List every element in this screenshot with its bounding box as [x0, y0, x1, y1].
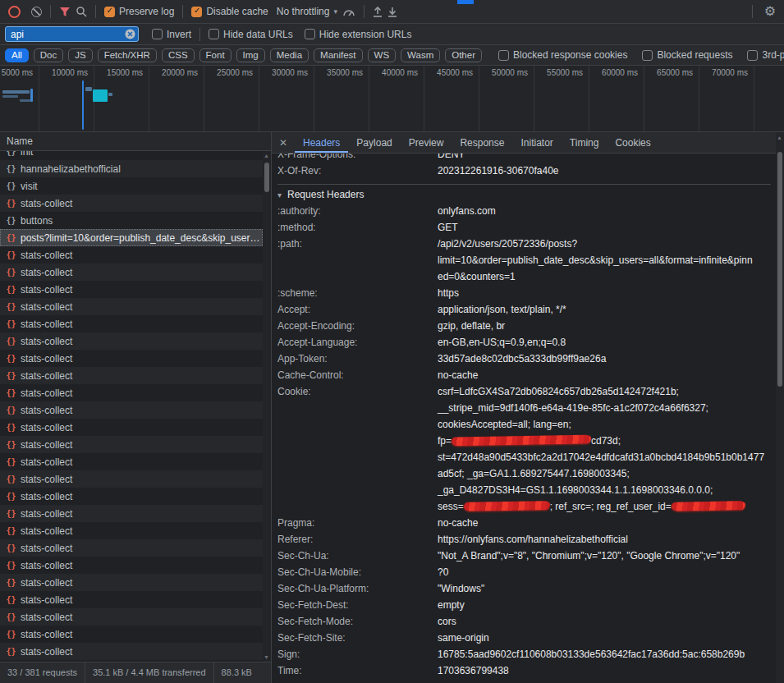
request-row[interactable]: {}stats-collect — [0, 522, 263, 539]
type-filter-other[interactable]: Other — [445, 48, 482, 62]
timeline-label: 25000 ms — [199, 68, 253, 77]
type-filter-media[interactable]: Media — [270, 48, 309, 62]
request-row[interactable]: {}stats-collect — [0, 281, 263, 298]
checkbox-unchecked-icon — [305, 29, 315, 39]
request-name: stats-collect — [21, 525, 263, 537]
request-row[interactable]: {}hannahelizabethofficial — [0, 160, 263, 177]
name-column-label: Name — [7, 135, 33, 147]
request-row[interactable]: {}visit — [0, 177, 263, 195]
request-row[interactable]: {}stats-collect — [0, 626, 263, 643]
clear-network-log-icon[interactable] — [31, 7, 42, 17]
search-icon[interactable] — [76, 6, 87, 17]
request-name: stats-collect — [21, 336, 263, 347]
type-filter-all[interactable]: All — [5, 48, 29, 62]
scroll-down-icon[interactable]: ▼ — [264, 654, 269, 660]
request-name: buttons — [21, 215, 263, 227]
request-row[interactable]: {}stats-collect — [0, 453, 263, 470]
header-name: :path: — [277, 236, 438, 285]
request-row[interactable]: {}stats-collect — [0, 246, 263, 264]
type-filter-js[interactable]: JS — [68, 48, 92, 62]
invert-checkbox[interactable]: Invert — [152, 29, 191, 40]
timeline-label: 50000 ms — [474, 68, 528, 77]
network-toolbar: Preserve log Disable cache No throttling… — [0, 0, 784, 24]
type-filter-doc[interactable]: Doc — [34, 48, 63, 62]
request-row[interactable]: {}buttons — [0, 212, 263, 229]
headers-panel: X-Frame-Options:DENYX-Of-Rev:20231226191… — [272, 154, 784, 683]
header-row: Pragma:no-cache — [277, 515, 771, 531]
scroll-up-icon[interactable]: ▲ — [264, 153, 269, 158]
tab-initiator[interactable]: Initiator — [512, 132, 561, 153]
tab-cookies[interactable]: Cookies — [607, 132, 658, 153]
3rd-party-requests-checkbox[interactable]: 3rd-party requests — [747, 49, 784, 61]
timeline-label: 40000 ms — [364, 68, 418, 77]
type-filter-img[interactable]: Img — [236, 48, 265, 62]
name-column-header[interactable]: Name — [0, 132, 271, 151]
request-row[interactable]: {}stats-collect — [0, 557, 263, 574]
timeline-label: 15000 ms — [89, 68, 143, 77]
tab-headers[interactable]: Headers — [295, 132, 348, 153]
request-name: stats-collect — [21, 284, 263, 296]
header-row: Cache-Control:no-cache — [277, 367, 771, 383]
request-row[interactable]: {}stats-collect — [0, 539, 263, 557]
request-row[interactable]: {}posts?limit=10&order=publish_date_desc… — [0, 229, 263, 246]
request-row[interactable]: {}stats-collect — [0, 195, 263, 212]
type-filter-fetch-xhr[interactable]: Fetch/XHR — [98, 48, 157, 62]
header-value: no-cache — [438, 515, 771, 531]
request-row[interactable]: {}stats-collect — [0, 591, 263, 608]
preserve-log-checkbox[interactable]: Preserve log — [104, 6, 174, 17]
request-row[interactable]: {}stats-collect — [0, 470, 263, 488]
request-row[interactable]: {}stats-collect — [0, 401, 263, 419]
record-button[interactable] — [8, 6, 21, 18]
request-row[interactable]: {}stats-collect — [0, 367, 263, 384]
request-row[interactable]: {}stats-collect — [0, 384, 263, 401]
filter-input[interactable]: api — [5, 26, 139, 42]
request-row[interactable]: {}stats-collect — [0, 350, 263, 367]
request-row[interactable]: {}stats-collect — [0, 419, 263, 436]
scrollbar-thumb[interactable] — [264, 163, 269, 192]
header-name: :scheme: — [277, 285, 438, 301]
tab-timing[interactable]: Timing — [562, 132, 607, 153]
tab-response[interactable]: Response — [452, 132, 512, 153]
request-row[interactable]: {}stats-collect — [0, 315, 263, 332]
scrollbar-thumb[interactable] — [777, 152, 782, 387]
blocked-requests-checkbox[interactable]: Blocked requests — [642, 49, 732, 61]
settings-gear-icon[interactable]: ⚙ — [764, 5, 776, 18]
request-row[interactable]: {}stats-collect — [0, 436, 263, 453]
hide-extension-urls-checkbox[interactable]: Hide extension URLs — [305, 29, 412, 40]
hide-data-urls-checkbox[interactable]: Hide data URLs — [209, 29, 293, 40]
type-filter-ws[interactable]: WS — [368, 48, 397, 62]
json-icon: {} — [6, 561, 16, 570]
request-row[interactable]: {}stats-collect — [0, 298, 263, 315]
type-filter-css[interactable]: CSS — [162, 48, 195, 62]
timeline-overview[interactable]: 5000 ms10000 ms15000 ms20000 ms25000 ms3… — [0, 66, 784, 132]
request-row[interactable]: {}stats-collect — [0, 643, 263, 660]
request-row[interactable]: {}stats-collect — [0, 264, 263, 281]
disable-cache-checkbox[interactable]: Disable cache — [191, 6, 268, 17]
network-conditions-icon[interactable] — [342, 7, 355, 17]
hide-extension-urls-label: Hide extension URLs — [319, 29, 412, 40]
type-filter-font[interactable]: Font — [199, 48, 232, 62]
request-list-scrollbar[interactable]: ▲ ▼ — [263, 151, 271, 662]
import-har-icon[interactable] — [373, 7, 383, 17]
request-row[interactable]: {}stats-collect — [0, 608, 263, 626]
tab-payload[interactable]: Payload — [348, 132, 400, 153]
request-name: stats-collect — [21, 646, 263, 658]
type-filter-wasm[interactable]: Wasm — [401, 48, 440, 62]
type-filter-manifest[interactable]: Manifest — [314, 48, 362, 62]
header-row: Sec-Fetch-Dest:empty — [277, 597, 771, 613]
request-headers-section-toggle[interactable]: ▾ Request Headers — [277, 184, 771, 203]
export-har-icon[interactable] — [387, 7, 397, 17]
details-scrollbar[interactable]: ▲ — [776, 132, 784, 683]
close-details-icon[interactable]: ✕ — [272, 132, 295, 153]
request-row[interactable]: {}init — [0, 151, 263, 160]
request-row[interactable]: {}stats-collect — [0, 488, 263, 505]
filter-icon[interactable] — [59, 7, 71, 17]
scroll-up-icon[interactable]: ▲ — [777, 135, 782, 140]
request-row[interactable]: {}stats-collect — [0, 332, 263, 350]
request-row[interactable]: {}stats-collect — [0, 505, 263, 522]
blocked-response-cookies-checkbox[interactable]: Blocked response cookies — [498, 49, 627, 61]
request-row[interactable]: {}stats-collect — [0, 574, 263, 591]
throttling-select[interactable]: No throttling ▾ — [277, 6, 337, 17]
tab-preview[interactable]: Preview — [401, 132, 452, 153]
clear-filter-icon[interactable] — [125, 29, 135, 39]
